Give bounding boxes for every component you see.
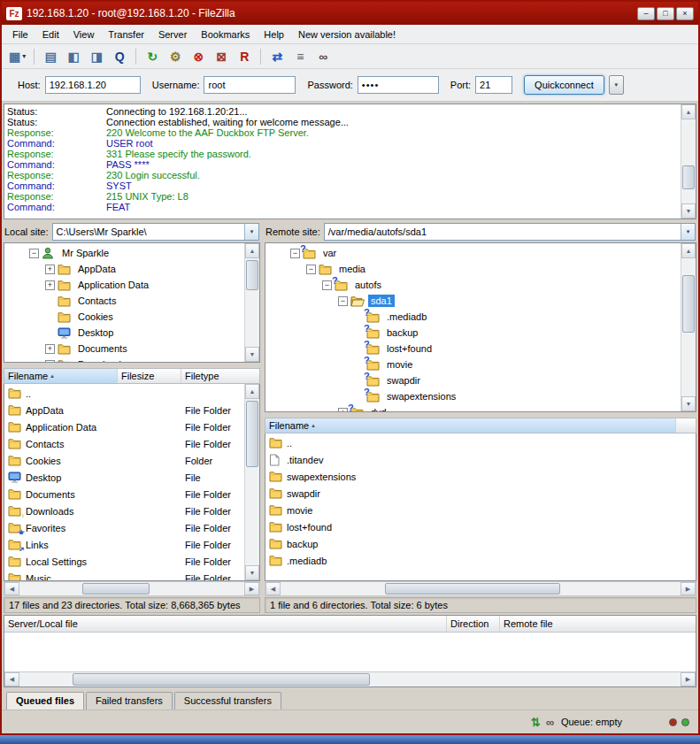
scroll-left-button[interactable]: ◀: [4, 582, 19, 595]
scroll-down-button[interactable]: ▼: [681, 396, 696, 411]
menu-new-version-available[interactable]: New version available!: [291, 27, 403, 42]
menu-server[interactable]: Server: [151, 27, 194, 42]
remote-file-list[interactable]: ...titandevswapextensionsswapdirmovielos…: [265, 433, 696, 580]
minus-expander-icon[interactable]: −: [322, 280, 332, 290]
find-files-button[interactable]: ∞: [312, 47, 334, 66]
list-item-item[interactable]: ..: [4, 385, 244, 402]
scroll-up-button[interactable]: ▲: [245, 384, 259, 399]
list-item-cookies[interactable]: CookiesFolder: [4, 452, 244, 469]
maximize-button[interactable]: □: [657, 7, 674, 20]
toggle-local-tree-button[interactable]: ◧: [63, 47, 84, 66]
plus-expander-icon[interactable]: +: [45, 265, 55, 274]
scrollbar-track[interactable]: [681, 258, 696, 396]
remote-horizontal-scrollbar[interactable]: ◀ ▶: [265, 581, 696, 596]
minus-expander-icon[interactable]: −: [338, 296, 348, 306]
title-bar[interactable]: Fz 192.168.1.20 - root@192.168.1.20 - Fi…: [2, 2, 698, 25]
scrollbar-track[interactable]: [245, 399, 259, 565]
local-horizontal-scrollbar[interactable]: ◀ ▶: [4, 581, 260, 596]
disconnect-button[interactable]: ⊠: [211, 47, 232, 66]
list-item-lost-found[interactable]: lost+found: [265, 518, 696, 535]
queue-horizontal-scrollbar[interactable]: ◀ ▶: [4, 671, 696, 686]
host-input[interactable]: [45, 76, 141, 94]
log-vertical-scrollbar[interactable]: ▲ ▼: [681, 104, 696, 219]
list-item-music[interactable]: ♪MusicFile Folder: [4, 570, 244, 580]
list-item-appdata[interactable]: AppDataFile Folder: [4, 402, 244, 418]
tree-item-documents[interactable]: +Documents: [4, 341, 244, 357]
tree-item-application-data[interactable]: +Application Data: [4, 277, 244, 293]
tree-item-var[interactable]: −?var: [265, 245, 681, 261]
remote-site-combo[interactable]: /var/media/autofs/sda1 ▾: [324, 223, 696, 241]
transfer-queue[interactable]: [4, 633, 696, 671]
menu-transfer[interactable]: Transfer: [101, 27, 151, 42]
column-header-server-local-file[interactable]: Server/Local file: [4, 616, 447, 632]
local-file-list[interactable]: ..AppDataFile FolderApplication DataFile…: [4, 384, 244, 580]
list-item-downloads[interactable]: ↓DownloadsFile Folder: [4, 502, 244, 519]
tree-item-mr-sparkle[interactable]: −Mr Sparkle: [4, 245, 244, 261]
quickconnect-dropdown-button[interactable]: ▾: [609, 75, 624, 95]
close-button[interactable]: ×: [676, 7, 694, 20]
tree-item-appdata[interactable]: +AppData: [4, 261, 244, 277]
tree-item-downloads[interactable]: +Downloads: [4, 357, 244, 362]
scrollbar-track[interactable]: [19, 582, 244, 595]
tree-item-desktop[interactable]: Desktop: [4, 325, 244, 341]
menu-view[interactable]: View: [66, 27, 102, 42]
remote-directory-tree[interactable]: −?var−media−?autofs−sda1?.mediadb?backup…: [265, 243, 681, 411]
scroll-down-button[interactable]: ▼: [245, 565, 259, 580]
toggle-remote-tree-button[interactable]: ◨: [86, 47, 107, 66]
directory-comparison-button[interactable]: ⇄: [266, 47, 288, 66]
scrollbar-thumb[interactable]: [73, 673, 370, 686]
list-item-titandev[interactable]: .titandev: [265, 451, 696, 468]
password-input[interactable]: [358, 76, 439, 94]
scrollbar-thumb[interactable]: [246, 401, 258, 467]
column-header-remote-file[interactable]: Remote file: [500, 616, 696, 632]
tree-item-lost-found[interactable]: ?lost+found: [265, 341, 681, 357]
column-header-direction[interactable]: Direction: [447, 616, 500, 632]
local-site-combo[interactable]: C:\Users\Mr Sparkle\ ▾: [52, 223, 259, 241]
username-input[interactable]: [204, 76, 296, 94]
scrollbar-thumb[interactable]: [385, 583, 561, 594]
list-item-application-data[interactable]: Application DataFile Folder: [4, 418, 244, 435]
menu-help[interactable]: Help: [257, 27, 291, 42]
remote-tree-scrollbar[interactable]: ▲ ▼: [681, 243, 696, 411]
scroll-right-button[interactable]: ▶: [244, 582, 259, 595]
list-item-backup[interactable]: backup: [265, 535, 696, 552]
list-item-item[interactable]: ..: [265, 434, 696, 451]
plus-expander-icon[interactable]: +: [338, 408, 348, 412]
toggle-transfer-queue-button[interactable]: Q: [109, 47, 130, 66]
scrollbar-thumb[interactable]: [682, 165, 695, 189]
scroll-left-button[interactable]: ◀: [265, 582, 281, 595]
scroll-down-button[interactable]: ▼: [681, 203, 696, 219]
scrollbar-track[interactable]: [681, 119, 696, 203]
scrollbar-thumb[interactable]: [682, 275, 695, 334]
tree-item-backup[interactable]: ?backup: [265, 325, 681, 341]
list-item-links[interactable]: ↗LinksFile Folder: [4, 536, 244, 553]
scroll-up-button[interactable]: ▲: [681, 104, 696, 119]
scrollbar-thumb[interactable]: [82, 583, 150, 594]
scroll-up-button[interactable]: ▲: [681, 243, 696, 258]
message-log[interactable]: Status:Connecting to 192.168.1.20:21...S…: [4, 104, 681, 219]
tree-item-contacts[interactable]: Contacts: [4, 293, 244, 309]
list-item-mediadb[interactable]: .mediadb: [265, 552, 696, 569]
local-directory-tree[interactable]: −Mr Sparkle+AppData+Application DataCont…: [4, 243, 244, 362]
tree-item-movie[interactable]: ?movie: [265, 357, 681, 372]
site-manager-button[interactable]: ▦▾: [6, 47, 28, 66]
tree-item-mediadb[interactable]: ?.mediadb: [265, 309, 681, 325]
list-item-swapextensions[interactable]: swapextensions: [265, 468, 696, 485]
tree-item-sda1[interactable]: −sda1: [265, 293, 681, 309]
process-queue-button[interactable]: ⚙: [165, 47, 186, 66]
plus-expander-icon[interactable]: +: [45, 280, 55, 290]
quickconnect-button[interactable]: Quickconnect: [524, 75, 604, 95]
list-item-movie[interactable]: movie: [265, 502, 696, 518]
tab-successful-transfers[interactable]: Successful transfers: [174, 692, 281, 709]
column-header-filename[interactable]: Filename▴: [265, 418, 676, 433]
column-header-filetype[interactable]: Filetype: [181, 369, 259, 383]
scroll-down-button[interactable]: ▼: [245, 347, 259, 362]
scroll-up-button[interactable]: ▲: [245, 243, 259, 258]
list-item-local-settings[interactable]: Local SettingsFile Folder: [4, 553, 244, 570]
minimize-button[interactable]: –: [637, 7, 655, 20]
scroll-right-button[interactable]: ▶: [681, 672, 696, 686]
list-item-favorites[interactable]: ★FavoritesFile Folder: [4, 519, 244, 536]
menu-edit[interactable]: Edit: [35, 27, 66, 42]
combo-dropdown-button[interactable]: ▾: [244, 224, 258, 240]
menu-file[interactable]: File: [5, 27, 35, 42]
